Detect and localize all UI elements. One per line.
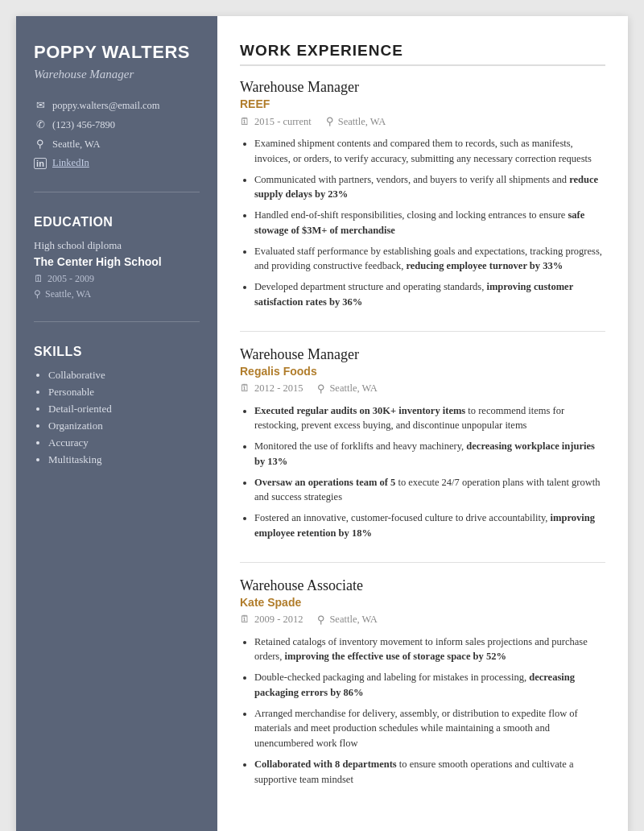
list-item: Handled end-of-shift responsibilities, c…	[254, 208, 605, 238]
location-icon-3: ⚲	[317, 614, 325, 626]
location-icon-1: ⚲	[326, 115, 334, 128]
divider-1	[240, 331, 605, 332]
job-location-2: ⚲ Seattle, WA	[317, 382, 377, 395]
skills-list: Collaborative Personable Detail-oriented…	[34, 369, 200, 466]
resume-container: POPPY WALTERS Warehouse Manager ✉ poppy.…	[16, 16, 628, 831]
list-item: Communicated with partners, vendors, and…	[254, 172, 605, 203]
job-title-1: Warehouse Manager	[240, 79, 605, 96]
calendar-icon-1: 🗓	[240, 116, 250, 128]
list-item: Fostered an innovative, customer-focused…	[254, 511, 605, 541]
job-years-3: 🗓 2009 - 2012	[240, 614, 303, 626]
list-item: Arranged merchandise for delivery, assem…	[254, 706, 605, 751]
list-item: Developed department structure and opera…	[254, 279, 605, 310]
list-item: Multitasking	[48, 453, 200, 466]
list-item: Evaluated staff performance by establish…	[254, 244, 605, 275]
linkedin-link[interactable]: LinkedIn	[52, 157, 89, 169]
job-company-1: REEF	[240, 97, 605, 110]
list-item: Collaborative	[48, 369, 200, 382]
contact-email: ✉ poppy.walters@email.com	[34, 99, 200, 112]
job-meta-3: 🗓 2009 - 2012 ⚲ Seattle, WA	[240, 614, 605, 626]
job-block-regalis: Warehouse Manager Regalis Foods 🗓 2012 -…	[240, 346, 605, 541]
job-location-1: ⚲ Seattle, WA	[326, 115, 386, 128]
job-bullets-3: Retained catalogs of inventory movement …	[240, 635, 605, 788]
education-years: 🗓 2005 - 2009	[34, 273, 200, 285]
linkedin-icon: in	[34, 158, 47, 169]
candidate-title: Warehouse Manager	[34, 68, 200, 81]
job-bullets-2: Executed regular audits on 30K+ inventor…	[240, 403, 605, 541]
list-item: Double-checked packaging and labeling fo…	[254, 670, 605, 701]
job-meta-2: 🗓 2012 - 2015 ⚲ Seattle, WA	[240, 382, 605, 395]
calendar-icon-3: 🗓	[240, 614, 250, 626]
job-title-2: Warehouse Manager	[240, 346, 605, 363]
list-item: Collaborated with 8 departments to ensur…	[254, 757, 605, 788]
location-icon-2: ⚲	[317, 382, 325, 395]
list-item: Organization	[48, 420, 200, 432]
location-icon: ⚲	[34, 138, 47, 151]
education-degree: High school diploma	[34, 239, 200, 252]
divider-2	[240, 562, 605, 563]
contact-section: ✉ poppy.walters@email.com ✆ (123) 456-78…	[34, 99, 200, 192]
email-icon: ✉	[34, 99, 47, 112]
list-item: Detail-oriented	[48, 403, 200, 416]
skills-heading: SKILLS	[34, 345, 200, 359]
contact-location: ⚲ Seattle, WA	[34, 138, 200, 151]
list-item: Executed regular audits on 30K+ inventor…	[254, 403, 605, 434]
phone-icon: ✆	[34, 118, 47, 131]
job-block-reef: Warehouse Manager REEF 🗓 2015 - current …	[240, 79, 605, 310]
job-meta-1: 🗓 2015 - current ⚲ Seattle, WA	[240, 115, 605, 128]
job-company-3: Kate Spade	[240, 596, 605, 609]
job-title-3: Warehouse Associate	[240, 577, 605, 594]
list-item: Monitored the use of forklifts and heavy…	[254, 439, 605, 469]
candidate-name: POPPY WALTERS	[34, 42, 200, 63]
email-value: poppy.walters@email.com	[52, 100, 160, 112]
calendar-icon: 🗓	[34, 273, 43, 285]
job-years-1: 🗓 2015 - current	[240, 116, 312, 128]
list-item: Personable	[48, 386, 200, 399]
main-content: WORK EXPERIENCE Warehouse Manager REEF 🗓…	[217, 16, 628, 831]
job-block-katespade: Warehouse Associate Kate Spade 🗓 2009 - …	[240, 577, 605, 788]
job-years-2: 🗓 2012 - 2015	[240, 382, 303, 395]
location-value: Seattle, WA	[52, 138, 100, 151]
calendar-icon-2: 🗓	[240, 382, 250, 395]
phone-value: (123) 456-7890	[52, 119, 115, 131]
skills-section: SKILLS Collaborative Personable Detail-o…	[34, 345, 200, 466]
list-item: Retained catalogs of inventory movement …	[254, 635, 605, 665]
education-heading: EDUCATION	[34, 215, 200, 229]
education-school: The Center High School	[34, 255, 200, 268]
job-location-3: ⚲ Seattle, WA	[317, 614, 377, 626]
work-experience-heading: WORK EXPERIENCE	[240, 42, 605, 66]
education-section: EDUCATION High school diploma The Center…	[34, 215, 200, 322]
contact-linkedin[interactable]: in LinkedIn	[34, 157, 200, 169]
job-bullets-1: Examined shipment contents and compared …	[240, 136, 605, 310]
contact-phone: ✆ (123) 456-7890	[34, 118, 200, 131]
education-location: ⚲ Seattle, WA	[34, 288, 200, 300]
list-item: Accuracy	[48, 436, 200, 449]
list-item: Examined shipment contents and compared …	[254, 136, 605, 167]
list-item: Oversaw an operations team of 5 to execu…	[254, 475, 605, 506]
job-company-2: Regalis Foods	[240, 365, 605, 378]
location-edu-icon: ⚲	[34, 288, 41, 300]
sidebar: POPPY WALTERS Warehouse Manager ✉ poppy.…	[16, 16, 217, 831]
